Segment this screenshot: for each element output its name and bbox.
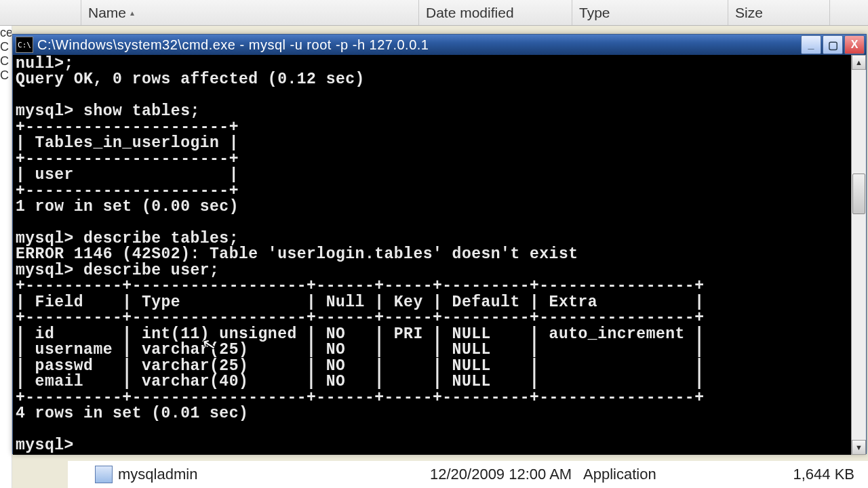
file-name: mysqladmin [118, 466, 430, 483]
application-icon [95, 466, 113, 483]
file-list-row[interactable]: mysqladmin 12/20/2009 12:00 AM Applicati… [68, 461, 868, 488]
column-label: Date modified [426, 5, 514, 21]
close-button[interactable]: X [844, 35, 865, 54]
sort-asc-icon: ▴ [130, 8, 134, 18]
minimize-button[interactable]: _ [801, 35, 821, 54]
column-label: Name [88, 5, 126, 21]
cmd-titlebar[interactable]: C:\ C:\Windows\system32\cmd.exe - mysql … [13, 35, 866, 55]
vertical-scrollbar[interactable]: ▲ ▼ [851, 55, 866, 455]
cmd-icon: C:\ [16, 37, 33, 53]
column-header-date[interactable]: Date modified [419, 0, 572, 25]
column-header-type[interactable]: Type [572, 0, 728, 25]
column-header-name[interactable]: Name ▴ [81, 0, 419, 25]
scroll-track[interactable] [852, 70, 866, 440]
file-date: 12/20/2009 12:00 AM [430, 466, 583, 483]
cmd-title: C:\Windows\system32\cmd.exe - mysql -u r… [37, 37, 801, 53]
cmd-window: C:\ C:\Windows\system32\cmd.exe - mysql … [12, 34, 867, 454]
scroll-thumb[interactable] [852, 174, 865, 214]
cmd-client-area: null>; Query OK, 0 rows affected (0.12 s… [13, 55, 866, 455]
column-spacer [0, 0, 81, 25]
column-header-size[interactable]: Size [728, 0, 830, 25]
file-type: Application [583, 466, 753, 483]
explorer-column-headers: Name ▴ Date modified Type Size [0, 0, 868, 26]
column-label: Size [735, 5, 763, 21]
maximize-button[interactable]: ▢ [823, 35, 843, 54]
column-label: Type [579, 5, 610, 21]
scroll-down-button[interactable]: ▼ [852, 440, 866, 455]
left-edge-strip: ce C C C [0, 26, 12, 488]
file-size: 1,644 KB [753, 466, 854, 483]
scroll-up-button[interactable]: ▲ [852, 55, 866, 70]
cmd-terminal-output[interactable]: null>; Query OK, 0 rows affected (0.12 s… [13, 55, 851, 455]
